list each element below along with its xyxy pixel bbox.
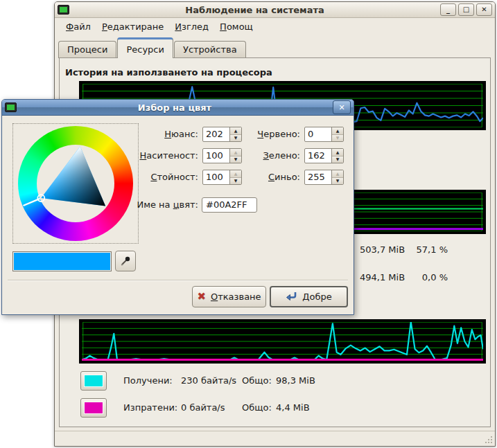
ok-label: Добре [302, 292, 331, 302]
cpu-history-title: История на използването на процесора [65, 67, 272, 78]
tab-devices[interactable]: Устройства [174, 41, 246, 58]
received-total: 98,3 MiB [276, 375, 315, 386]
tab-processes[interactable]: Процеси [58, 41, 116, 58]
color-name-input[interactable]: #00A2FF [202, 197, 257, 213]
network-history-chart [79, 319, 486, 364]
value-spinner[interactable]: 100 ▲▼ [202, 170, 242, 185]
green-up-arrow[interactable]: ▲ [332, 149, 343, 156]
blue-down-arrow[interactable]: ▼ [332, 178, 343, 185]
cancel-button[interactable]: ✖ Отказване [192, 286, 266, 307]
received-color-button[interactable] [80, 371, 107, 391]
blue-label: Синьо: [240, 170, 300, 185]
desktop: { "window": { "title": "Наблюдение на си… [0, 0, 497, 448]
ok-button[interactable]: Добре [270, 286, 348, 307]
red-up-arrow[interactable]: ▲ [332, 127, 343, 135]
close-button[interactable]: ✕ [476, 3, 492, 16]
dialog-icon [5, 102, 17, 112]
cancel-label: Отказване [211, 292, 261, 302]
red-label: Червено: [240, 127, 300, 142]
saturation-label: Наситеност: [134, 148, 198, 163]
hue-ring[interactable] [18, 126, 133, 241]
memory-used-percent: 57,1 % [406, 244, 448, 256]
red-down-arrow[interactable]: ▼ [332, 135, 343, 142]
menu-edit[interactable]: Редактиране [96, 19, 169, 34]
green-label: Зелено: [240, 148, 300, 163]
color-wheel-area[interactable] [12, 123, 139, 244]
sent-rate: 0 байта/s [181, 402, 225, 413]
menubar: Файл Редактиране Изглед Помощ [55, 18, 495, 35]
menu-file[interactable]: Файл [60, 19, 96, 34]
sent-label: Изпратени: [123, 402, 177, 413]
sent-total-label: Общо: [242, 402, 272, 413]
resize-grip[interactable] [484, 435, 494, 445]
tab-resources[interactable]: Ресурси [117, 37, 173, 58]
blue-up-arrow[interactable]: ▲ [332, 170, 343, 178]
received-color-swatch [84, 375, 103, 387]
sent-total: 4,4 MiB [276, 402, 310, 413]
current-color-preview [12, 251, 112, 271]
green-down-arrow[interactable]: ▼ [332, 156, 343, 163]
saturation-spinner[interactable]: 100 ▲▼ [202, 148, 242, 163]
maximize-button[interactable]: □ [458, 3, 474, 16]
eyedropper-button[interactable] [115, 251, 136, 271]
system-monitor-icon [58, 5, 69, 15]
received-rate: 230 байта/s [181, 375, 236, 386]
sent-color-swatch [84, 402, 103, 414]
swap-used-value: 494,1 MiB [360, 272, 405, 283]
window-title: Наблюдение на системата [71, 5, 438, 15]
dialog-close-button[interactable]: ✕ [333, 100, 351, 114]
menu-view[interactable]: Изглед [169, 19, 214, 34]
color-picker-dialog: Избор на цвят ✕ [1, 99, 354, 315]
cancel-x-icon: ✖ [197, 292, 206, 302]
memory-used-value: 503,7 MiB [360, 244, 405, 256]
swap-used-percent: 0,0 % [406, 272, 448, 283]
dialog-separator [8, 280, 348, 281]
received-label: Получени: [123, 375, 173, 386]
dialog-titlebar[interactable]: Избор на цвят ✕ [2, 100, 354, 116]
hue-label: Нюанс: [134, 127, 198, 142]
color-name-label: Име на цвят: [127, 197, 198, 213]
red-spinner[interactable]: 0 ▲▼ [304, 127, 344, 142]
tabstrip: Процеси Ресурси Устройства [58, 37, 247, 58]
ok-enter-icon [286, 292, 297, 302]
hue-spinner[interactable]: 202 ▲▼ [202, 127, 242, 142]
eyedropper-icon [120, 256, 131, 267]
blue-spinner[interactable]: 255 ▲▼ [304, 170, 344, 185]
green-spinner[interactable]: 162 ▲▼ [304, 148, 344, 163]
dialog-title: Избор на цвят [19, 102, 331, 113]
hsv-triangle[interactable] [18, 126, 133, 241]
window-titlebar[interactable]: Наблюдение на системата _ □ ✕ [55, 2, 495, 18]
statusbar [55, 431, 495, 446]
menu-help[interactable]: Помощ [214, 19, 259, 34]
value-label: Стойност: [134, 170, 198, 185]
minimize-button[interactable]: _ [440, 3, 456, 16]
sent-color-button[interactable] [80, 398, 107, 418]
received-total-label: Общо: [242, 375, 272, 386]
